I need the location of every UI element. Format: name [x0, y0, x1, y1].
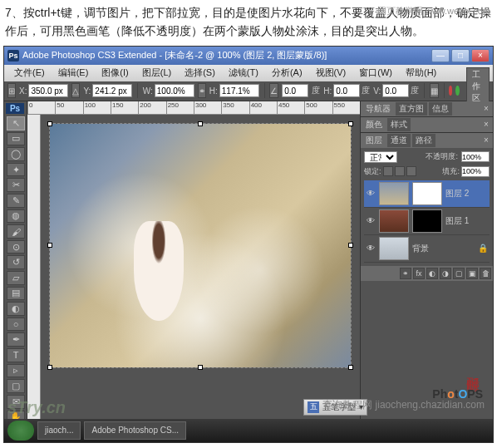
opt-vskew-input[interactable]	[382, 84, 409, 97]
lock-pixels-icon[interactable]	[383, 166, 393, 176]
opt-hskew-input[interactable]	[333, 84, 360, 97]
fill-input[interactable]	[461, 166, 490, 177]
new-group-button[interactable]: ▢	[453, 268, 465, 279]
opt-angle-input[interactable]	[282, 84, 308, 97]
menu-file[interactable]: 文件(E)	[7, 65, 52, 81]
document-canvas[interactable]	[49, 123, 352, 368]
add-mask-button[interactable]: ◐	[426, 268, 438, 279]
new-adjustment-button[interactable]: ◑	[440, 268, 451, 279]
close-button[interactable]: ×	[471, 49, 490, 62]
lock-position-icon[interactable]	[395, 166, 405, 176]
path-tool[interactable]: ▹	[7, 364, 25, 378]
dodge-tool[interactable]: ○	[7, 318, 25, 332]
opacity-input[interactable]	[461, 151, 490, 162]
new-layer-button[interactable]: ▣	[466, 268, 478, 279]
history-brush-tool[interactable]: ↺	[7, 255, 25, 269]
brush-tool[interactable]: 🖌	[7, 224, 25, 239]
transform-handle-tl[interactable]	[47, 121, 52, 126]
layer-row[interactable]: 👁 图层 2	[364, 180, 490, 208]
cancel-transform-icon[interactable]	[449, 86, 452, 96]
shape-tool[interactable]: ▢	[7, 379, 25, 393]
navigator-panel: 导航器 直方图 信息 ×	[361, 101, 493, 117]
menu-window[interactable]: 窗口(W)	[352, 65, 399, 81]
layer-thumbnail[interactable]	[379, 182, 409, 205]
menu-view[interactable]: 视图(V)	[309, 65, 353, 81]
layer-style-button[interactable]: fx	[413, 268, 425, 279]
minimize-button[interactable]: —	[431, 49, 450, 62]
blur-tool[interactable]: ◐	[7, 302, 25, 316]
marquee-tool[interactable]: ▭	[7, 132, 25, 146]
layer-row[interactable]: 👁 图层 1	[364, 208, 490, 235]
start-button[interactable]	[7, 421, 34, 441]
layer-mask-thumbnail[interactable]	[412, 182, 442, 205]
opt-w-input[interactable]	[155, 84, 194, 97]
crop-tool[interactable]: ✂	[7, 178, 25, 192]
opt-x-label: X:	[19, 86, 27, 96]
transform-handle-ml[interactable]	[47, 243, 52, 248]
layer-mask-thumbnail[interactable]	[412, 209, 442, 233]
tab-color[interactable]: 颜色	[362, 118, 386, 131]
pen-tool[interactable]: ✒	[7, 332, 25, 347]
triangle-icon[interactable]: △	[71, 83, 80, 98]
ime-icon[interactable]: 五	[308, 401, 319, 413]
menu-layer[interactable]: 图层(L)	[135, 65, 178, 81]
layer-name[interactable]: 图层 2	[445, 188, 469, 199]
transform-handle-tr[interactable]	[348, 121, 353, 126]
menu-select[interactable]: 选择(S)	[178, 65, 222, 81]
transform-handle-mr[interactable]	[348, 243, 353, 248]
reference-point-icon[interactable]: ⊞	[7, 83, 16, 98]
gradient-tool[interactable]: ▤	[7, 287, 25, 301]
heal-tool[interactable]: ◍	[7, 209, 25, 224]
tab-paths[interactable]: 路径	[412, 134, 435, 147]
stamp-tool[interactable]: ⊙	[7, 240, 25, 254]
menu-help[interactable]: 帮助(H)	[399, 65, 443, 81]
layer-name[interactable]: 背景	[412, 243, 429, 254]
lock-icon: 🔒	[478, 244, 488, 253]
lasso-tool[interactable]: ◯	[7, 147, 25, 161]
lock-all-icon[interactable]	[406, 166, 416, 176]
delete-layer-button[interactable]: 🗑	[480, 268, 491, 279]
transform-handle-bm[interactable]	[198, 365, 203, 370]
move-tool[interactable]: ↖	[7, 116, 25, 130]
taskbar-item[interactable]: Adobe Photoshop CS...	[84, 421, 186, 440]
panel-close-icon[interactable]: ×	[481, 135, 491, 145]
menu-edit[interactable]: 编辑(E)	[52, 65, 96, 81]
layer-name[interactable]: 图层 1	[445, 215, 469, 227]
eraser-tool[interactable]: ▱	[7, 271, 25, 285]
opt-x-input[interactable]	[28, 84, 68, 97]
visibility-eye-icon[interactable]: 👁	[366, 216, 376, 226]
menu-image[interactable]: 图像(I)	[95, 65, 135, 81]
tab-navigator[interactable]: 导航器	[362, 102, 394, 116]
type-tool[interactable]: T	[7, 348, 25, 362]
transform-handle-bl[interactable]	[47, 365, 52, 370]
menu-bar: 文件(E) 编辑(E) 图像(I) 图层(L) 选择(S) 滤镜(T) 分析(A…	[4, 65, 493, 81]
blend-mode-select[interactable]: 正常	[364, 151, 397, 163]
tab-info[interactable]: 信息	[429, 102, 452, 116]
maximize-button[interactable]: □	[451, 49, 470, 62]
menu-analysis[interactable]: 分析(A)	[265, 65, 309, 81]
commit-transform-icon[interactable]	[455, 86, 459, 96]
link-layers-button[interactable]: ⚭	[400, 268, 411, 279]
panel-close-icon[interactable]: ×	[481, 104, 491, 113]
transform-handle-br[interactable]	[348, 365, 353, 370]
opt-h-input[interactable]	[219, 84, 259, 97]
layer-row[interactable]: 👁 背景 🔒	[364, 235, 490, 263]
link-icon[interactable]: ⚭	[198, 83, 206, 98]
visibility-eye-icon[interactable]: 👁	[366, 189, 376, 199]
tab-layers[interactable]: 图层	[362, 134, 386, 147]
panel-close-icon[interactable]: ×	[481, 120, 491, 129]
layer-thumbnail[interactable]	[379, 237, 409, 260]
tab-styles[interactable]: 样式	[387, 118, 411, 131]
warp-icon[interactable]: ▦	[430, 83, 439, 98]
layer-thumbnail[interactable]	[379, 209, 409, 233]
eyedropper-tool[interactable]: ✎	[7, 194, 25, 208]
tab-channels[interactable]: 通道	[387, 134, 411, 147]
transform-handle-tm[interactable]	[198, 121, 203, 126]
wand-tool[interactable]: ✦	[7, 163, 25, 177]
canvas-viewport[interactable]	[41, 115, 360, 427]
tab-histogram[interactable]: 直方图	[396, 102, 427, 116]
taskbar-item[interactable]: jiaoch...	[37, 421, 81, 440]
visibility-eye-icon[interactable]: 👁	[366, 244, 376, 254]
menu-filter[interactable]: 滤镜(T)	[222, 65, 265, 81]
opt-y-input[interactable]	[92, 84, 132, 97]
